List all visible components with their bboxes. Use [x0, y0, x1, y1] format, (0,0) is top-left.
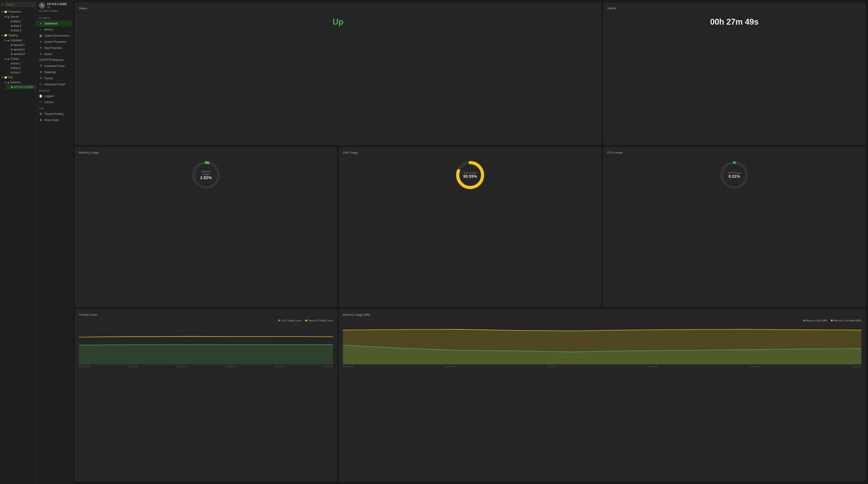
thread-chart-wrapper: 4:38:54 PM 4:39:14 PM 4:39:29 PM 4:39:39… [79, 324, 333, 368]
circle-icon: ○ [39, 28, 42, 31]
live-thread-legend: Live Thread Count [278, 319, 301, 322]
cloud-icon: ☁ [7, 39, 9, 42]
server-profile: No active profiles [39, 9, 69, 12]
memory-mb-card: Memory Usage (MB) Memory Used (MB) Memor… [339, 309, 865, 481]
server-dot [11, 72, 13, 74]
status-title: Status [79, 6, 597, 10]
memory-mb-title: Memory Usage (MB) [343, 313, 862, 316]
daemon-label: Daemon [10, 81, 21, 84]
secure-servers: third-1 third-2 third-3 [5, 19, 36, 33]
svg-point-2 [205, 161, 208, 164]
nav-scheduled-tasks[interactable]: ⏱ Scheduled Tasks [36, 63, 72, 69]
status-card: Status Up [75, 3, 601, 145]
uptime-card: Uptime 00h 27m 49s [603, 3, 865, 145]
server-third-2[interactable]: third-2 [5, 24, 36, 28]
memory-usage-title: Memory Usage [79, 151, 333, 154]
nav-app-props[interactable]: ≡ App Properties [36, 45, 72, 51]
nav-flyway-label: Flyway [44, 77, 53, 80]
group-flyway[interactable]: ▾ ☁ Flyway [3, 56, 36, 61]
add-button[interactable]: + [1, 2, 3, 7]
cpu-gauge: CPU Usage 0.31% [718, 159, 750, 191]
chevron-down-icon: ▾ [4, 57, 6, 60]
nav-thread-profiling[interactable]: ⚙ Thread Profiling [36, 111, 72, 117]
jvm-section-label: JVM [36, 105, 72, 111]
nav-dashboard[interactable]: ▪ Dashboard [36, 20, 72, 26]
nav-loggers-label: Loggers [44, 94, 54, 98]
daemon-thread-legend: Daemon Thread Count [305, 319, 333, 322]
nav-system-env[interactable]: ▦ System Environment [36, 33, 72, 39]
cloud-icon: ☁ [7, 57, 9, 60]
manage-section-label: MANAGE [36, 87, 72, 93]
nav-system-props[interactable]: ≡ System Properties [36, 39, 72, 45]
server-dot [11, 21, 13, 22]
dev-group: ▾ ☁ Daemon 127.0.0.1:12222 [3, 80, 36, 89]
nav-http-requests[interactable]: HTTP HTTP Requests [36, 57, 72, 63]
nav-system-env-label: System Environment [44, 34, 69, 37]
memory-mb-chart-wrapper: 4:38:54 PM 4:39:14 PM 4:39:29 PM 4:39:39… [343, 324, 862, 368]
grid-icon: ▦ [39, 34, 42, 37]
server-127[interactable]: 127.0.0.1:12222 [5, 85, 36, 89]
daemon-thread-dot [305, 320, 307, 321]
insights-section-label: INSIGHTS [36, 15, 72, 20]
log-icon: 📋 [39, 94, 42, 98]
memory-used-dot [803, 320, 805, 321]
nav-metrics[interactable]: ○ Metrics [36, 26, 72, 33]
main-content: Status Up Uptime 00h 27m 49s Memory Usag… [72, 0, 868, 484]
cpu-label-text: CPU Usage [728, 171, 741, 174]
group-production-label: Production [8, 10, 21, 13]
memory-gauge-value: 2.82% [198, 175, 214, 180]
search-input[interactable] [4, 2, 36, 7]
nav-integration-graph[interactable]: ⬡ Integration Graph [36, 81, 72, 87]
arrows-icon: ⇄ [39, 70, 42, 74]
server-second-2[interactable]: second-2 [5, 47, 36, 52]
nav-caches-label: Caches [44, 101, 54, 104]
thread-legend: Live Thread Count Daemon Thread Count [79, 319, 333, 322]
nav-beans[interactable]: ❧ Beans [36, 51, 72, 57]
live-thread-label: Live Thread Count [281, 319, 301, 322]
server-dot [11, 49, 13, 51]
server-second-3[interactable]: second-3 [5, 52, 36, 56]
nav-loggers[interactable]: 📋 Loggers [36, 93, 72, 99]
disk-usage-card: Disk Usage Disk Usage 80.59% [339, 147, 601, 307]
liquibase-servers: second-1 second-2 second-3 [5, 43, 36, 56]
nav-integration-label: Integration Graph [44, 83, 65, 86]
flyway-servers: first-1 first-2 first-3 [5, 61, 36, 75]
svg-point-7 [733, 161, 736, 164]
cloud-icon: ☁ [7, 15, 9, 18]
sidebar-top: + ⋯ [0, 0, 36, 9]
server-third-3[interactable]: third-3 [5, 28, 36, 33]
server-first-3[interactable]: first-3 [5, 70, 36, 75]
disk-label-text: Disk Usage [463, 171, 477, 174]
uptime-title: Uptime [607, 6, 862, 10]
group-production[interactable]: ▾ 📁 Production [0, 9, 36, 14]
nav-heap-dump[interactable]: ⬇ Heap Dump [36, 117, 72, 123]
group-daemon[interactable]: ▾ ☁ Daemon [3, 80, 36, 85]
nav-mappings[interactable]: ⇄ Mappings [36, 69, 72, 75]
server-title: 127.0.0.1:12222 [47, 2, 67, 6]
liquibase-label: Liquibase [10, 39, 22, 42]
server-dot [11, 30, 13, 31]
nav-caches[interactable]: □ Caches [36, 99, 72, 105]
memory-used-label: Memory Used (MB) [806, 319, 827, 322]
server-first-2[interactable]: first-2 [5, 66, 36, 70]
memory-gauge: Memory Usage 2.82% [190, 159, 222, 191]
server-first-1[interactable]: first-1 [5, 61, 36, 66]
server-dot [11, 67, 13, 69]
cpu-gauge-label: CPU Usage 0.31% [728, 171, 741, 179]
server-avatar: S [39, 2, 45, 8]
staging-label: Staging [8, 34, 18, 37]
group-staging[interactable]: ▾ 📁 Staging [0, 33, 36, 38]
memory-used-legend: Memory Used (MB) [803, 319, 827, 322]
server-third-1[interactable]: third-1 [5, 19, 36, 24]
cpu-gauge-container: CPU Usage 0.31% [607, 157, 862, 193]
nav-beans-label: Beans [44, 53, 52, 56]
nav-flyway[interactable]: ✦ Flyway [36, 75, 72, 81]
group-dev[interactable]: ▾ 📁 Dev [0, 75, 36, 80]
group-secure[interactable]: ▾ ☁ Secure [3, 14, 36, 19]
disk-gauge-container: Disk Usage 80.59% [343, 157, 597, 193]
group-liquibase[interactable]: ▾ ☁ Liquibase [3, 38, 36, 43]
cpu-usage-title: CPU Usage [607, 151, 862, 154]
live-thread-dot [278, 320, 280, 321]
status-value: Up [79, 13, 597, 31]
server-second-1[interactable]: second-1 [5, 43, 36, 47]
